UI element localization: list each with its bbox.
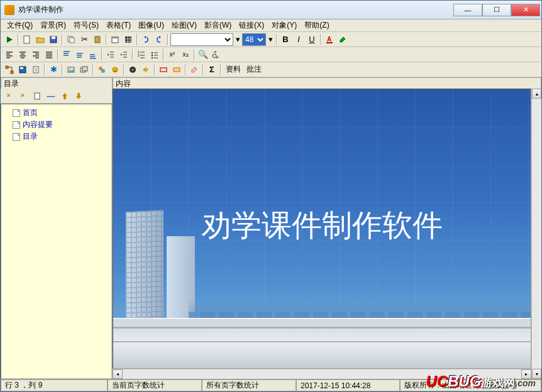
bullet-list-icon[interactable] — [148, 48, 161, 61]
open-icon[interactable] — [34, 33, 47, 46]
font-select[interactable] — [170, 33, 233, 46]
new-page-icon[interactable] — [31, 90, 43, 102]
grid-icon[interactable] — [122, 33, 135, 46]
collapse-icon[interactable] — [17, 90, 30, 102]
effects-icon[interactable] — [96, 63, 108, 76]
italic-button[interactable]: I — [292, 33, 305, 46]
svg-point-15 — [152, 54, 153, 56]
status-all-pages[interactable]: 所有页字数统计 — [202, 379, 296, 391]
svg-text:A: A — [327, 36, 331, 43]
move-down-icon[interactable] — [72, 90, 85, 102]
find-icon[interactable]: 🔍 — [197, 48, 209, 61]
svg-rect-18 — [6, 66, 8, 68]
scroll-left-icon[interactable]: ◂ — [113, 369, 123, 379]
indent-increase-icon[interactable] — [118, 48, 130, 61]
status-current-page[interactable]: 当前页字数统计 — [108, 379, 202, 391]
highlight-icon[interactable] — [336, 33, 349, 46]
copy-icon[interactable] — [65, 33, 77, 46]
dropdown-icon[interactable]: ▾ — [267, 33, 274, 46]
media-icon[interactable] — [126, 63, 139, 76]
svg-rect-11 — [326, 42, 333, 43]
menu-help[interactable]: 帮助(Z) — [301, 19, 333, 32]
titlebar[interactable]: 劝学课件制作 — ☐ ✕ — [1, 1, 541, 19]
date-icon[interactable] — [109, 33, 121, 46]
menu-table[interactable]: 表格(T) — [102, 19, 135, 32]
svg-text:2: 2 — [138, 53, 140, 57]
align-right-icon[interactable] — [30, 48, 42, 61]
svg-rect-5 — [95, 36, 100, 43]
svg-rect-2 — [52, 36, 55, 39]
size-select[interactable]: 48 — [242, 33, 266, 46]
undo-icon[interactable] — [140, 33, 152, 46]
horizontal-scrollbar[interactable]: ◂ ▸ — [113, 369, 531, 379]
align-justify-icon[interactable] — [43, 48, 55, 61]
menu-link[interactable]: 链接(X) — [235, 19, 268, 32]
tree-item-toc[interactable]: 目录 — [4, 131, 109, 143]
move-up-icon[interactable] — [58, 90, 71, 102]
indent-decrease-icon[interactable] — [104, 48, 117, 61]
valign-bottom-icon[interactable] — [87, 48, 99, 61]
annotate-button[interactable]: 批注 — [244, 64, 264, 75]
outline-tree[interactable]: 首页 内容提要 目录 — [1, 104, 112, 379]
vertical-scrollbar[interactable]: ▴ ▾ — [531, 89, 541, 379]
dropdown-icon[interactable]: ▾ — [234, 33, 241, 46]
svg-point-17 — [213, 54, 216, 58]
toolbar-main: ✂ ▾ 48 ▾ B I U A — [1, 32, 541, 47]
menu-file[interactable]: 文件(Q) — [3, 19, 36, 32]
sound-icon[interactable] — [140, 63, 152, 76]
align-center-icon[interactable] — [16, 48, 29, 61]
maximize-button[interactable]: ☐ — [482, 4, 511, 16]
image-icon[interactable] — [65, 63, 77, 76]
layout-icon[interactable] — [16, 63, 29, 76]
remove-icon[interactable]: — — [45, 90, 57, 102]
font-color-icon[interactable]: A — [323, 33, 336, 46]
align-left-icon[interactable] — [3, 48, 16, 61]
rect-icon[interactable] — [157, 63, 170, 76]
menu-object[interactable]: 对象(Y) — [268, 19, 301, 32]
bold-button[interactable]: B — [279, 33, 292, 46]
cut-icon[interactable]: ✂ — [78, 33, 91, 46]
replace-icon[interactable] — [210, 48, 223, 61]
play-icon[interactable] — [3, 33, 16, 46]
scroll-down-icon[interactable]: ▾ — [532, 369, 541, 379]
minimize-button[interactable]: — — [453, 4, 482, 16]
menu-image[interactable]: 图像(U) — [135, 19, 168, 32]
outline-panel: — 首页 内容提要 目录 — [1, 89, 113, 379]
superscript-icon[interactable]: x² — [166, 48, 179, 61]
connector-icon[interactable] — [3, 63, 16, 76]
slide-canvas[interactable]: 劝学课件制作软件 — [113, 89, 531, 369]
formula-icon[interactable]: Σ — [206, 63, 218, 76]
paste-icon[interactable] — [91, 33, 104, 46]
scroll-track[interactable] — [123, 369, 521, 379]
status-position: 行 3 ，列 9 — [1, 379, 108, 391]
expand-icon[interactable] — [3, 90, 16, 102]
menu-symbol[interactable]: 符号(S) — [70, 19, 102, 32]
save-icon[interactable] — [47, 33, 60, 46]
numbered-list-icon[interactable]: 12 — [135, 48, 148, 61]
material-button[interactable]: 资料 — [223, 64, 243, 75]
valign-top-icon[interactable] — [60, 48, 73, 61]
menu-draw[interactable]: 绘图(V) — [168, 19, 201, 32]
menu-media[interactable]: 影音(W) — [201, 19, 235, 32]
new-icon[interactable] — [21, 33, 33, 46]
eraser-icon[interactable] — [188, 63, 201, 76]
close-button[interactable]: ✕ — [511, 4, 540, 16]
tree-item-summary[interactable]: 内容提要 — [4, 119, 109, 131]
scroll-up-icon[interactable]: ▴ — [532, 89, 541, 99]
redo-icon[interactable] — [153, 33, 165, 46]
menu-background[interactable]: 背景(R) — [36, 19, 70, 32]
gallery-icon[interactable] — [78, 63, 91, 76]
valign-middle-icon[interactable] — [74, 48, 86, 61]
tree-item-home[interactable]: 首页 — [4, 107, 109, 119]
scroll-track[interactable] — [532, 99, 541, 369]
document-icon — [13, 121, 20, 129]
svg-rect-19 — [11, 71, 13, 74]
subscript-icon[interactable]: x₂ — [179, 48, 192, 61]
scroll-right-icon[interactable]: ▸ — [521, 369, 531, 379]
hotspot-icon[interactable] — [170, 63, 183, 76]
page-icon[interactable] — [30, 63, 42, 76]
star-icon[interactable]: ✱ — [47, 63, 60, 76]
outline-toolbar: — — [1, 89, 112, 104]
clipart-icon[interactable] — [109, 63, 121, 76]
underline-button[interactable]: U — [306, 33, 318, 46]
